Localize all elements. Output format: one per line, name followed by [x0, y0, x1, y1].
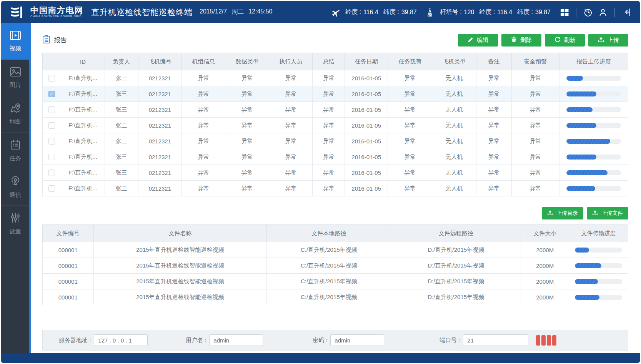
report-table-row: F:\直升机...张三0212321异常异常异常异常2016-01-05异常无人…: [43, 70, 628, 86]
cell-data-type: 异常: [225, 118, 269, 133]
cell-executor: 异常: [269, 118, 312, 133]
logout-icon[interactable]: [621, 7, 631, 17]
cell-warning: 异常: [511, 70, 559, 86]
port-input[interactable]: [463, 334, 528, 346]
sidebar-item-video[interactable]: 视频: [1, 23, 29, 60]
progress-track: [566, 155, 621, 160]
cell-owner: 张三: [105, 70, 138, 86]
history-icon[interactable]: [583, 7, 593, 17]
cell-file-name: 2015年直升机巡检线智能巡检视频: [93, 274, 267, 289]
cell-task-date: 2016-01-05: [345, 86, 388, 102]
task-board-icon: [10, 140, 21, 151]
cell-upload-progress: [559, 86, 628, 102]
row-checkbox[interactable]: [48, 122, 55, 129]
cell-plane-no: 0212321: [138, 102, 181, 118]
row-checkbox[interactable]: [48, 185, 55, 192]
cell-warning: 异常: [511, 165, 559, 181]
delete-button[interactable]: 删除: [501, 34, 541, 47]
col-id: ID: [61, 53, 105, 70]
cell-remote-path: D:/直升机/2015年视频: [391, 274, 521, 289]
cell-owner: 张三: [105, 181, 138, 196]
refresh-icon: [554, 37, 561, 44]
cell-plane-no: 0212321: [138, 118, 181, 133]
cell-data-type: 异常: [225, 149, 269, 165]
sidebar-item-label: 视频: [10, 45, 21, 52]
sidebar-item-image[interactable]: 图片: [1, 60, 29, 96]
username-input[interactable]: [209, 334, 263, 346]
image-icon: [10, 67, 21, 78]
cell-warning: 异常: [511, 102, 559, 118]
upload-button[interactable]: 上传: [588, 34, 628, 47]
col-executor: 执行人员: [269, 53, 312, 70]
cell-id: F:\直升机...: [61, 70, 105, 86]
divider: [576, 8, 576, 17]
sidebar-item-settings[interactable]: 设置: [1, 206, 29, 242]
cell-task-date: 2016-01-05: [345, 133, 388, 149]
row-checkbox[interactable]: ✓: [48, 91, 55, 97]
password-input[interactable]: [330, 334, 384, 346]
cell-remark: 异常: [476, 118, 512, 133]
password-label: 密码 :: [313, 337, 327, 344]
cell-data-type: 异常: [225, 181, 269, 196]
sidebar-item-label: 任务: [10, 155, 21, 162]
cell-crew-info: 异常: [182, 181, 225, 196]
col-crew-info: 机组信息: [182, 53, 225, 70]
cell-file-no: 000001: [43, 274, 94, 289]
progress-track: [566, 186, 621, 191]
sidebar-item-map[interactable]: 地图: [1, 96, 29, 133]
row-checkbox[interactable]: [48, 170, 55, 176]
cell-file-name: 2015年直升机巡检线智能巡检视频: [93, 242, 267, 258]
report-table-row: F:\直升机...张三0212321异常异常异常异常2016-01-05异常无人…: [43, 165, 628, 181]
row-checkbox[interactable]: [48, 154, 55, 160]
cell-local-path: C:/直升机/2015年视频: [267, 289, 391, 305]
upload-file-button[interactable]: 上传文件: [587, 207, 628, 219]
cell-plane-type: 无人机: [432, 149, 476, 165]
cell-plane-type: 无人机: [432, 133, 476, 149]
checkbox-cell: [43, 70, 61, 86]
cell-id: F:\直升机...: [61, 102, 105, 118]
row-checkbox[interactable]: [48, 138, 55, 145]
cell-crew-info: 异常: [182, 70, 225, 86]
col-owner: 负责人: [105, 53, 138, 70]
cell-transfer-progress: [569, 289, 628, 305]
server-address-input[interactable]: [94, 334, 148, 346]
edit-button[interactable]: 编辑: [458, 34, 498, 47]
progress-fill: [575, 263, 601, 268]
section-title: 报告: [54, 36, 67, 45]
windows-icon[interactable]: [559, 7, 569, 17]
user-icon[interactable]: [598, 7, 608, 17]
cell-task-date: 2016-01-05: [345, 181, 388, 196]
row-checkbox[interactable]: [48, 106, 55, 113]
report-table-row: F:\直升机...张三0212321异常异常异常异常2016-01-05异常无人…: [43, 133, 628, 149]
sidebar-item-label: 设置: [10, 228, 21, 235]
progress-track: [566, 107, 621, 112]
cell-payload: 异常: [388, 118, 432, 133]
cell-summary: 异常: [313, 165, 345, 181]
connection-status-bars: [536, 335, 556, 346]
cell-file-no: 000001: [43, 258, 94, 274]
brand-name-cn: 中国南方电网: [30, 6, 83, 15]
refresh-button[interactable]: 刷新: [545, 34, 585, 47]
progress-track: [566, 170, 621, 175]
cell-owner: 张三: [105, 118, 138, 133]
cell-warning: 异常: [511, 181, 559, 196]
progress-track: [575, 263, 622, 268]
sidebar-item-communication[interactable]: 通信: [1, 169, 29, 206]
cell-transfer-progress: [569, 242, 628, 258]
cell-data-type: 异常: [225, 165, 269, 181]
progress-fill: [566, 123, 596, 128]
report-table-row: F:\直升机...张三0212321异常异常异常异常2016-01-05异常无人…: [43, 181, 628, 196]
sidebar-item-task[interactable]: 任务: [1, 133, 29, 169]
cell-payload: 异常: [388, 149, 432, 165]
checkbox-cell: [43, 149, 61, 165]
cell-plane-no: 0212321: [138, 86, 181, 102]
progress-fill: [566, 155, 596, 160]
upload-directory-button[interactable]: 上传目录: [542, 207, 583, 219]
cell-crew-info: 异常: [182, 133, 225, 149]
report-table-row: ✓F:\直升机...张三0212321异常异常异常异常2016-01-05异常无…: [43, 86, 628, 102]
cell-plane-no: 0212321: [138, 149, 181, 165]
progress-fill: [566, 170, 608, 175]
report-table: ID 负责人 飞机编号 机组信息 数据类型 执行人员 总结 任务日期 任务载荷 …: [42, 53, 628, 196]
cell-upload-progress: [559, 133, 628, 149]
row-checkbox[interactable]: [48, 75, 55, 81]
